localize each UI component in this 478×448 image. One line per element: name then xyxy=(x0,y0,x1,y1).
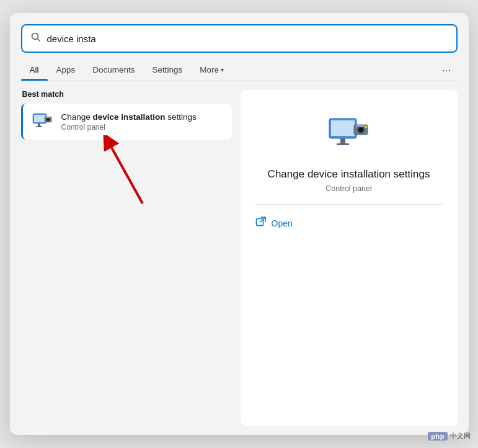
svg-point-18 xyxy=(359,128,363,132)
svg-rect-13 xyxy=(331,120,355,136)
svg-rect-19 xyxy=(356,125,365,127)
search-input[interactable]: device insta xyxy=(47,34,448,44)
svg-rect-20 xyxy=(365,126,367,128)
result-item-title: Change device installation settings xyxy=(61,112,197,122)
svg-point-8 xyxy=(47,119,49,120)
tab-more[interactable]: More ▾ xyxy=(191,60,232,81)
svg-rect-15 xyxy=(337,143,349,145)
svg-rect-5 xyxy=(36,126,42,127)
search-icon xyxy=(31,32,41,45)
result-item-text: Change device installation settings Cont… xyxy=(61,112,197,132)
result-item-subtitle: Control panel xyxy=(61,123,197,132)
left-panel: Best match xyxy=(21,90,232,435)
detail-open-row[interactable]: Open xyxy=(255,216,443,230)
best-match-label: Best match xyxy=(21,90,232,99)
result-item-icon xyxy=(30,110,54,133)
tab-apps[interactable]: Apps xyxy=(48,60,84,81)
php-watermark: php 中文网 xyxy=(428,431,471,441)
svg-rect-14 xyxy=(340,138,345,143)
tab-settings[interactable]: Settings xyxy=(144,60,192,81)
open-label[interactable]: Open xyxy=(272,218,293,228)
detail-title: Change device installation settings xyxy=(268,168,430,181)
detail-subtitle: Control panel xyxy=(325,184,371,193)
result-item-best[interactable]: Change device installation settings Cont… xyxy=(21,104,232,140)
tab-all[interactable]: All xyxy=(21,60,48,81)
svg-line-1 xyxy=(37,39,40,42)
more-options-button[interactable]: ··· xyxy=(435,60,457,81)
svg-rect-4 xyxy=(38,123,40,126)
svg-rect-9 xyxy=(46,117,50,118)
svg-rect-3 xyxy=(34,115,45,122)
main-content: Best match xyxy=(21,81,458,435)
chevron-down-icon: ▾ xyxy=(221,66,224,73)
tab-documents[interactable]: Documents xyxy=(84,60,143,81)
open-external-icon xyxy=(255,216,267,230)
php-badge: php xyxy=(428,432,448,441)
php-cn-text: 中文网 xyxy=(450,431,471,441)
search-window: device insta All Apps Documents Settings… xyxy=(10,13,469,435)
detail-icon xyxy=(327,112,371,157)
detail-divider xyxy=(255,204,443,205)
search-bar[interactable]: device insta xyxy=(21,24,458,53)
right-panel: Change device installation settings Cont… xyxy=(241,90,458,426)
tabs-row: All Apps Documents Settings More ▾ ··· xyxy=(21,60,458,81)
